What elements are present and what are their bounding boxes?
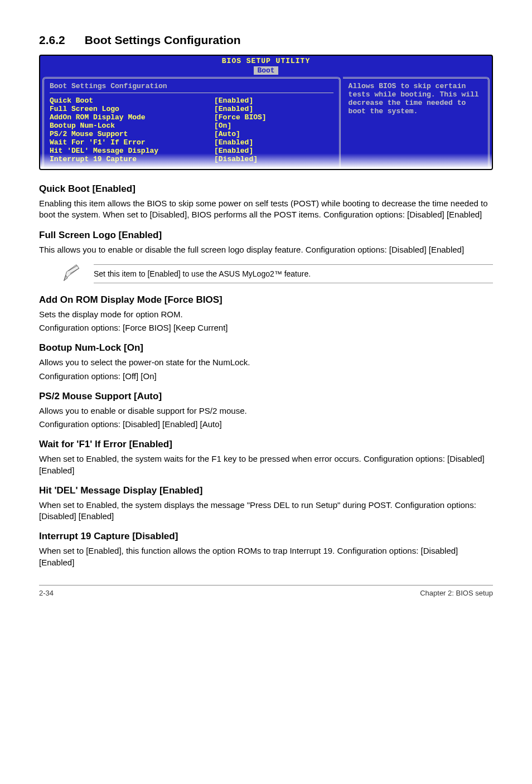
bios-setting-value: [Enabled] bbox=[214, 96, 333, 105]
bios-setting-value: [Enabled] bbox=[214, 147, 333, 155]
section-number: 2.6.2 bbox=[39, 33, 65, 46]
section-title: Boot Settings Configuration bbox=[85, 33, 241, 46]
bios-panel-title: Boot Settings Configuration bbox=[50, 82, 333, 90]
bios-setting-value: [Force BIOS] bbox=[214, 113, 333, 122]
bios-setting-row: Bootup Num-Lock[On] bbox=[50, 122, 333, 130]
subsection-heading: Add On ROM Display Mode [Force BIOS] bbox=[39, 294, 493, 306]
bios-setting-value: [Enabled] bbox=[214, 138, 333, 147]
bios-setting-label: Quick Boot bbox=[50, 96, 214, 105]
subsection-heading: Full Screen Logo [Enabled] bbox=[39, 230, 493, 241]
bios-setting-label: AddOn ROM Display Mode bbox=[50, 113, 214, 122]
note-text: Set this item to [Enabled] to use the AS… bbox=[94, 264, 493, 283]
bios-setting-label: Hit 'DEL' Message Display bbox=[50, 147, 214, 155]
footer-page-number: 2-34 bbox=[39, 589, 54, 597]
bios-setting-row: PS/2 Mouse Support[Auto] bbox=[50, 130, 333, 138]
bios-setting-label: Wait For 'F1' If Error bbox=[50, 138, 214, 147]
bios-settings-panel: Boot Settings Configuration Quick Boot[E… bbox=[42, 77, 341, 169]
bios-setting-label: PS/2 Mouse Support bbox=[50, 130, 214, 138]
subsection-heading: Quick Boot [Enabled] bbox=[39, 183, 493, 195]
bios-setting-label: Bootup Num-Lock bbox=[50, 122, 214, 130]
bios-setting-value: [Disabled] bbox=[214, 155, 333, 163]
bios-setting-value: [On] bbox=[214, 122, 333, 130]
subsection-heading: Interrupt 19 Capture [Disabled] bbox=[39, 531, 493, 542]
bios-setting-label: Full Screen Logo bbox=[50, 105, 214, 113]
body-paragraph: When set to Enabled, the system waits fo… bbox=[39, 453, 493, 476]
body-paragraph: Sets the display mode for option ROM. bbox=[39, 309, 493, 320]
page-footer: 2-34 Chapter 2: BIOS setup bbox=[39, 585, 493, 597]
body-paragraph: This allows you to enable or disable the… bbox=[39, 244, 493, 255]
bios-help-panel: Allows BIOS to skip certain tests while … bbox=[343, 77, 490, 169]
body-paragraph: Configuration options: [Force BIOS] [Kee… bbox=[39, 322, 493, 333]
footer-chapter: Chapter 2: BIOS setup bbox=[420, 589, 493, 597]
bios-header: BIOS SETUP UTILITY Boot bbox=[40, 56, 492, 75]
body-paragraph: When set to [Enabled], this function all… bbox=[39, 545, 493, 568]
subsection-heading: Wait for 'F1' If Error [Enabled] bbox=[39, 439, 493, 450]
subsection-heading: Bootup Num-Lock [On] bbox=[39, 342, 493, 354]
subsection-heading: Hit 'DEL' Message Display [Enabled] bbox=[39, 485, 493, 496]
body-paragraph: Configuration options: [Off] [On] bbox=[39, 371, 493, 382]
bios-setting-row: AddOn ROM Display Mode[Force BIOS] bbox=[50, 113, 333, 122]
body-paragraph: When set to Enabled, the system displays… bbox=[39, 500, 493, 522]
bios-setting-value: [Enabled] bbox=[214, 105, 333, 113]
section-heading: 2.6.2 Boot Settings Configuration bbox=[39, 33, 493, 47]
bios-setting-row: Quick Boot[Enabled] bbox=[50, 96, 333, 105]
bios-setting-row: Wait For 'F1' If Error[Enabled] bbox=[50, 138, 333, 147]
bios-screenshot: BIOS SETUP UTILITY Boot Boot Settings Co… bbox=[39, 55, 493, 170]
bios-setting-row: Interrupt 19 Capture[Disabled] bbox=[50, 155, 333, 163]
bios-setting-label: Interrupt 19 Capture bbox=[50, 155, 214, 163]
body-paragraph: Allows you to select the power-on state … bbox=[39, 357, 493, 368]
bios-header-title: BIOS SETUP UTILITY bbox=[40, 57, 492, 65]
bios-setting-value: [Auto] bbox=[214, 130, 333, 138]
body-paragraph: Configuration options: [Disabled] [Enabl… bbox=[39, 419, 493, 430]
note-callout: Set this item to [Enabled] to use the AS… bbox=[61, 262, 493, 285]
bios-setting-row: Hit 'DEL' Message Display[Enabled] bbox=[50, 147, 333, 155]
bios-setting-row: Full Screen Logo[Enabled] bbox=[50, 105, 333, 113]
body-paragraph: Enabling this item allows the BIOS to sk… bbox=[39, 198, 493, 221]
body-paragraph: Allows you to enable or disable support … bbox=[39, 405, 493, 417]
subsection-heading: PS/2 Mouse Support [Auto] bbox=[39, 391, 493, 402]
pencil-icon bbox=[61, 262, 83, 285]
bios-header-tab: Boot bbox=[254, 66, 278, 75]
